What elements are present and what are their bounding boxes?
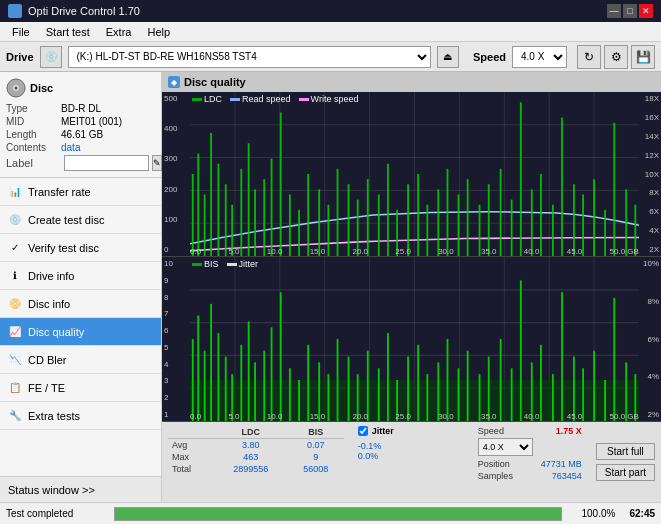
chart-title: Disc quality	[184, 76, 246, 88]
svg-rect-26	[263, 179, 265, 256]
start-part-button[interactable]: Start part	[596, 464, 655, 481]
fe-te-icon: 📋	[8, 381, 22, 395]
nav-extra-tests[interactable]: 🔧 Extra tests	[0, 402, 161, 430]
speed-row: Speed 1.75 X	[478, 426, 582, 436]
svg-rect-82	[217, 333, 219, 421]
svg-rect-54	[540, 174, 542, 256]
nav-cd-bler[interactable]: 📉 CD Bler	[0, 346, 161, 374]
status-window-button[interactable]: Status window >>	[0, 476, 161, 502]
total-label: Total	[168, 463, 214, 475]
read-speed-legend-label: Read speed	[242, 94, 291, 104]
disc-mid-label: MID	[6, 116, 61, 127]
samples-value: 763454	[552, 471, 582, 481]
svg-rect-42	[417, 174, 419, 256]
menu-help[interactable]: Help	[139, 24, 178, 40]
menu-start-test[interactable]: Start test	[38, 24, 98, 40]
svg-rect-56	[561, 118, 563, 256]
svg-rect-19	[210, 133, 212, 256]
svg-rect-44	[437, 189, 439, 256]
total-bis: 56008	[288, 463, 344, 475]
speed-select-row: 4.0 X	[478, 438, 582, 456]
svg-rect-21	[225, 184, 227, 256]
col-empty	[168, 426, 214, 439]
eject-button[interactable]: ⏏	[437, 46, 459, 68]
svg-rect-20	[217, 164, 219, 256]
svg-rect-25	[254, 189, 256, 256]
maximize-button[interactable]: □	[623, 4, 637, 18]
svg-rect-86	[248, 321, 250, 421]
nav-create-test-disc-label: Create test disc	[28, 214, 104, 226]
minimize-button[interactable]: —	[607, 4, 621, 18]
jitter-avg: -0.1%	[358, 441, 462, 451]
samples-row: Samples 763454	[478, 471, 582, 481]
svg-rect-28	[280, 113, 282, 257]
status-window-label: Status window >>	[8, 484, 95, 496]
nav-drive-info[interactable]: ℹ Drive info	[0, 262, 161, 290]
svg-rect-17	[197, 154, 199, 257]
avg-bis: 0.07	[288, 439, 344, 452]
svg-rect-32	[318, 189, 320, 256]
drive-select[interactable]: (K:) HL-DT-ST BD-RE WH16NS58 TST4	[68, 46, 431, 68]
stats-table: LDC BIS Avg 3.80 0.07 Max	[162, 422, 350, 502]
disc-length-row: Length 46.61 GB	[6, 129, 155, 140]
svg-rect-45	[447, 169, 449, 256]
cd-bler-icon: 📉	[8, 353, 22, 367]
speed-stats-select[interactable]: 4.0 X	[478, 438, 533, 456]
nav-disc-quality[interactable]: 📈 Disc quality	[0, 318, 161, 346]
svg-rect-121	[593, 351, 595, 421]
menu-extra[interactable]: Extra	[98, 24, 140, 40]
nav-verify-test-disc[interactable]: ✓ Verify test disc	[0, 234, 161, 262]
svg-rect-85	[240, 345, 242, 421]
svg-rect-118	[561, 292, 563, 421]
status-progress-fill	[115, 508, 561, 520]
stats-total-row: Total 2899556 56008	[168, 463, 344, 475]
disc-label-edit-button[interactable]: ✎	[152, 155, 162, 171]
svg-rect-93	[307, 345, 309, 421]
nav-items: 📊 Transfer rate 💿 Create test disc ✓ Ver…	[0, 178, 161, 430]
disc-section: Disc Type BD-R DL MID MEIT01 (001) Lengt…	[0, 72, 161, 178]
position-label: Position	[478, 459, 510, 469]
svg-rect-109	[467, 351, 469, 421]
folder-button[interactable]: 💾	[631, 45, 655, 69]
nav-disc-info[interactable]: 📀 Disc info	[0, 290, 161, 318]
refresh-button[interactable]: ↻	[577, 45, 601, 69]
speed-sp-label: Speed	[478, 426, 504, 436]
svg-rect-57	[573, 184, 575, 256]
disc-contents-row: Contents data	[6, 142, 155, 153]
disc-type-row: Type BD-R DL	[6, 103, 155, 114]
chart-header-icon: ◆	[168, 76, 180, 88]
drivebar: Drive 💿 (K:) HL-DT-ST BD-RE WH16NS58 TST…	[0, 42, 661, 72]
svg-rect-78	[192, 339, 194, 421]
nav-verify-test-disc-label: Verify test disc	[28, 242, 99, 254]
lower-chart: BIS Jitter 10 9 8 7 6 5	[162, 257, 661, 422]
menu-file[interactable]: File	[4, 24, 38, 40]
lower-x-axis: 0.0 5.0 10.0 15.0 20.0 25.0 30.0 35.0 40…	[190, 412, 639, 421]
nav-fe-te[interactable]: 📋 FE / TE	[0, 374, 161, 402]
avg-ldc: 3.80	[214, 439, 287, 452]
svg-rect-79	[197, 316, 199, 421]
svg-rect-81	[210, 304, 212, 421]
nav-transfer-rate[interactable]: 📊 Transfer rate	[0, 178, 161, 206]
upper-chart-legend: LDC Read speed Write speed	[192, 94, 358, 104]
disc-type-label: Type	[6, 103, 61, 114]
jitter-section-label: Jitter	[372, 426, 394, 436]
buttons-section: Start full Start part	[590, 422, 661, 502]
svg-rect-16	[192, 174, 194, 256]
drive-browse-button[interactable]: 💿	[40, 46, 62, 68]
svg-rect-24	[248, 143, 250, 256]
speed-select[interactable]: 4.0 X 8.0 X	[512, 46, 567, 68]
settings-button[interactable]: ⚙	[604, 45, 628, 69]
nav-create-test-disc[interactable]: 💿 Create test disc	[0, 206, 161, 234]
disc-label-input[interactable]	[64, 155, 149, 171]
col-ldc: LDC	[214, 426, 287, 439]
svg-rect-116	[540, 345, 542, 421]
status-percent: 100.0%	[570, 508, 615, 519]
close-button[interactable]: ✕	[639, 4, 653, 18]
svg-rect-114	[520, 280, 522, 421]
svg-rect-61	[613, 123, 615, 256]
svg-rect-90	[280, 292, 282, 421]
start-full-button[interactable]: Start full	[596, 443, 655, 460]
create-test-disc-icon: 💿	[8, 213, 22, 227]
upper-chart-svg	[190, 92, 639, 256]
jitter-checkbox[interactable]	[358, 426, 368, 436]
